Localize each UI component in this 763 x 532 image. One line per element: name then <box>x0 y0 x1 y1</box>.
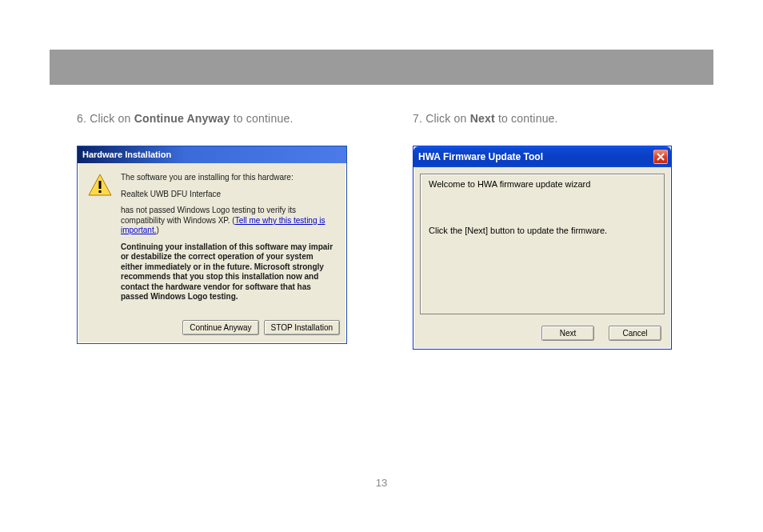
hardware-installation-dialog: Hardware Installation The software you a… <box>77 146 347 344</box>
svg-rect-2 <box>99 190 102 193</box>
step-6-bold: Continue Anyway <box>134 112 230 125</box>
dialog1-line2b: ) <box>156 226 158 234</box>
warning-icon <box>87 173 113 198</box>
step-7-number: 7. <box>413 112 422 125</box>
step-6-pre: Click on <box>90 112 134 125</box>
firmware-update-dialog: HWA Firmware Update Tool Welcome to HWA … <box>413 146 672 350</box>
step-7-post: to continue. <box>495 112 558 125</box>
dialog2-titlebar: HWA Firmware Update Tool <box>413 146 671 167</box>
step-7-column: 7. Click on Next to continue. HWA Firmwa… <box>413 112 701 350</box>
step-7-bold: Next <box>470 112 495 125</box>
dialog2-welcome: Welcome to HWA firmware update wizard <box>429 179 656 189</box>
dialog1-text: The software you are installing for this… <box>121 173 337 309</box>
content-area: 6. Click on Continue Anyway to continue.… <box>77 112 717 350</box>
header-bar <box>50 50 713 85</box>
dialog1-line1: The software you are installing for this… <box>121 173 337 183</box>
step-6-post: to continue. <box>230 112 294 125</box>
dialog1-title-text: Hardware Installation <box>82 150 171 159</box>
next-button[interactable]: Next <box>541 326 594 341</box>
dialog1-bold-para: Continuing your installation of this sof… <box>121 242 337 302</box>
step-6-text: 6. Click on Continue Anyway to continue. <box>77 112 365 125</box>
dialog2-body: Welcome to HWA firmware update wizard Cl… <box>413 167 671 321</box>
dialog1-device: Realtek UWB DFU Interface <box>121 190 337 200</box>
page-number: 13 <box>0 477 763 489</box>
dialog1-body: The software you are installing for this… <box>78 163 346 315</box>
step-6-column: 6. Click on Continue Anyway to continue.… <box>77 112 365 350</box>
step-7-pre: Click on <box>425 112 469 125</box>
dialog2-inner-panel: Welcome to HWA firmware update wizard Cl… <box>420 174 665 314</box>
dialog2-button-row: Next Cancel <box>413 321 671 349</box>
cancel-button[interactable]: Cancel <box>609 326 661 341</box>
dialog2-instruction: Click the [Next] button to update the fi… <box>429 226 656 235</box>
stop-installation-button[interactable]: STOP Installation <box>264 320 340 335</box>
close-icon[interactable] <box>653 150 668 164</box>
dialog1-line2: has not passed Windows Logo testing to v… <box>121 206 337 236</box>
step-7-text: 7. Click on Next to continue. <box>413 112 701 125</box>
dialog1-button-row: Continue Anyway STOP Installation <box>78 315 346 343</box>
continue-anyway-button[interactable]: Continue Anyway <box>182 320 258 335</box>
step-6-number: 6. <box>77 112 86 125</box>
dialog2-title-text: HWA Firmware Update Tool <box>418 151 543 162</box>
dialog1-titlebar: Hardware Installation <box>78 146 346 163</box>
svg-rect-1 <box>99 181 102 189</box>
